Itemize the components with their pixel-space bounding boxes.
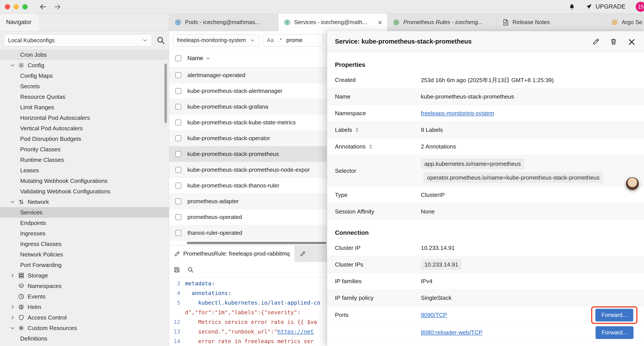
- row-checkbox[interactable]: [175, 214, 181, 220]
- row-checkbox[interactable]: [175, 104, 181, 110]
- forward-button[interactable]: Forward...: [596, 326, 634, 339]
- sidebar-item-network[interactable]: Network: [0, 197, 169, 207]
- table-row-kube-prometheus-stack-thanos-ruler[interactable]: kube-prometheus-stack-thanos-ruler: [169, 178, 327, 194]
- minimize-window-button[interactable]: [14, 4, 19, 9]
- sidebar-item-secrets[interactable]: Secrets: [0, 81, 169, 91]
- kubeconfig-select[interactable]: Local Kubeconfigs: [4, 34, 152, 46]
- sidebar-item-definitions[interactable]: Definitions: [0, 333, 169, 344]
- edit-button[interactable]: [592, 38, 600, 45]
- scrollbar-thumb[interactable]: [187, 242, 326, 244]
- sidebar-item-horizontal-pod-autoscalers[interactable]: Horizontal Pod Autoscalers: [0, 113, 169, 123]
- table-row-alertmanager-operated[interactable]: alertmanager-operated: [169, 67, 327, 83]
- tab-prometheus-rules-icecheng[interactable]: Prometheus Rules - icecheng...: [388, 13, 497, 31]
- row-checkbox[interactable]: [175, 135, 181, 141]
- table-row-kube-prometheus-stack-prometheus-node-expor[interactable]: kube-prometheus-stack-prometheus-node-ex…: [169, 162, 327, 178]
- expand-toggle-icon[interactable]: [368, 144, 374, 150]
- sidebar-item-mutating-webhook-configurations[interactable]: Mutating Webhook Configurations: [0, 176, 169, 186]
- row-checkbox[interactable]: [175, 230, 181, 236]
- table-row-kube-prometheus-stack-grafana[interactable]: kube-prometheus-stack-grafana: [169, 99, 327, 115]
- dock-tab-prometheusrule[interactable]: PrometheusRule: freeleaps-prod-rabbitmq: [169, 246, 295, 262]
- horizontal-scrollbar[interactable]: [169, 241, 327, 245]
- table-row-kube-prometheus-stack-kube-state-metrics[interactable]: kube-prometheus-stack-kube-state-metrics: [169, 115, 327, 130]
- row-checkbox[interactable]: [175, 151, 181, 157]
- search-input[interactable]: Aa .* prome: [263, 34, 323, 46]
- sidebar-item-access-control[interactable]: Access Control: [0, 312, 169, 323]
- sidebar-item-cron-jobs[interactable]: Cron Jobs: [0, 49, 169, 60]
- drawer-close-button[interactable]: ×: [627, 36, 636, 47]
- sidebar-item-validating-webhook-configurations[interactable]: Validating Webhook Configurations: [0, 186, 169, 197]
- back-button[interactable]: [39, 3, 47, 11]
- match-case-toggle[interactable]: Aa: [267, 37, 274, 43]
- sidebar-item-custom-resources[interactable]: Custom Resources: [0, 323, 169, 333]
- save-button[interactable]: [174, 267, 180, 273]
- forward-button[interactable]: Forward...: [595, 309, 633, 322]
- sidebar-item-storage[interactable]: Storage: [0, 270, 169, 281]
- sidebar-item-namespaces[interactable]: Namespaces: [0, 281, 169, 291]
- sidebar-item-limit-ranges[interactable]: Limit Ranges: [0, 102, 169, 113]
- sidebar-scrollbar[interactable]: [164, 63, 167, 123]
- table-row-prometheus-adapter[interactable]: prometheus-adapter: [169, 194, 327, 209]
- property-label: Ports: [335, 312, 421, 319]
- port-link[interactable]: 8080:reloader-web/TCP: [421, 329, 482, 336]
- namespace-link[interactable]: freeleaps-monitoring-system: [421, 110, 494, 117]
- sidebar-item-vertical-pod-autoscalers[interactable]: Vertical Pod Autoscalers: [0, 123, 169, 134]
- table-row-kube-prometheus-stack-alertmanager[interactable]: kube-prometheus-stack-alertmanager: [169, 83, 327, 99]
- sidebar-item-ingress-classes[interactable]: Ingress Classes: [0, 239, 169, 249]
- expand-toggle-icon[interactable]: [354, 127, 360, 133]
- edit-pencil-icon: [174, 251, 180, 257]
- user-avatar[interactable]: [625, 177, 640, 191]
- navigator-tab[interactable]: Navigator: [0, 13, 38, 31]
- port-link[interactable]: 9090/TCP: [421, 312, 447, 319]
- zoom-window-button[interactable]: [22, 4, 28, 9]
- row-checkbox[interactable]: [175, 72, 181, 78]
- tab-services-icecheng-math[interactable]: Services - icecheng@math...×: [278, 13, 388, 31]
- close-tab-icon[interactable]: ×: [378, 19, 382, 26]
- sidebar-item-events[interactable]: Events: [0, 291, 169, 302]
- service-name: kube-prometheus-stack-alertmanager: [188, 88, 282, 94]
- regex-toggle[interactable]: .*: [278, 37, 282, 43]
- sidebar-item-config-maps[interactable]: Config Maps: [0, 70, 169, 81]
- delete-button[interactable]: [610, 38, 617, 45]
- sidebar-item-endpoints[interactable]: Endpoints: [0, 218, 169, 228]
- table-row-prometheus-operated[interactable]: prometheus-operated: [169, 209, 327, 225]
- chevron-down-icon: [10, 199, 15, 205]
- sidebar-item-runtime-classes[interactable]: Runtime Classes: [0, 155, 169, 165]
- tab-pods-icecheng-mathmas[interactable]: Pods - icecheng@mathmas...: [169, 13, 278, 31]
- sidebar-item-ingresses[interactable]: Ingresses: [0, 228, 169, 239]
- sidebar-item-helm[interactable]: Helm: [0, 302, 169, 312]
- tab-release-notes[interactable]: Release Notes: [497, 13, 606, 31]
- row-checkbox[interactable]: [175, 167, 181, 173]
- sidebar-item-services[interactable]: Services: [0, 207, 169, 218]
- sidebar-item-network-policies[interactable]: Network Policies: [0, 249, 169, 260]
- notification-count-badge[interactable]: 15: [636, 2, 644, 12]
- namespace-select[interactable]: freeleaps-monitoring-system: [173, 34, 260, 46]
- row-checkbox[interactable]: [175, 198, 181, 204]
- close-window-button[interactable]: [5, 4, 10, 9]
- editor-search-button[interactable]: [187, 267, 194, 273]
- sidebar-item-priority-classes[interactable]: Priority Classes: [0, 144, 169, 155]
- sidebar-item-leases[interactable]: Leases: [0, 165, 169, 176]
- sidebar-item-config[interactable]: Config: [0, 60, 169, 70]
- sidebar-item-resource-quotas[interactable]: Resource Quotas: [0, 91, 169, 102]
- sidebar-search-icon[interactable]: [156, 36, 165, 45]
- dock-tab-next[interactable]: [295, 246, 327, 262]
- row-checkbox[interactable]: [175, 120, 181, 125]
- sort-ascending-icon[interactable]: [206, 56, 211, 61]
- table-row-thanos-ruler-operated[interactable]: thanos-ruler-operated: [169, 225, 327, 241]
- select-all-checkbox[interactable]: [175, 55, 181, 61]
- table-row-kube-prometheus-stack-operator[interactable]: kube-prometheus-stack-operator: [169, 130, 327, 146]
- row-checkbox[interactable]: [175, 88, 181, 94]
- forward-button[interactable]: [54, 3, 62, 11]
- upgrade-button[interactable]: UPGRADE: [586, 3, 626, 10]
- sidebar-item-port-forwarding[interactable]: Port Forwarding: [0, 260, 169, 270]
- tab-argo-se[interactable]: Argo Se: [606, 13, 644, 31]
- yaml-editor[interactable]: 3metadata:4 annotations:5 kubectl.kubern…: [169, 278, 327, 346]
- drawer-section-properties: PropertiesCreated253d 16h 6m ago (2025年1…: [327, 58, 644, 220]
- sidebar-item-pod-disruption-budgets[interactable]: Pod Disruption Budgets: [0, 134, 169, 144]
- row-checkbox[interactable]: [175, 183, 181, 189]
- notifications-bell-icon[interactable]: [568, 3, 576, 10]
- tab-bar: Navigator Pods - icecheng@mathmas...Serv…: [0, 13, 644, 31]
- tab-label: Release Notes: [512, 19, 600, 26]
- name-column-header[interactable]: Name: [188, 55, 203, 62]
- table-row-kube-prometheus-stack-prometheus[interactable]: kube-prometheus-stack-prometheus: [169, 146, 327, 162]
